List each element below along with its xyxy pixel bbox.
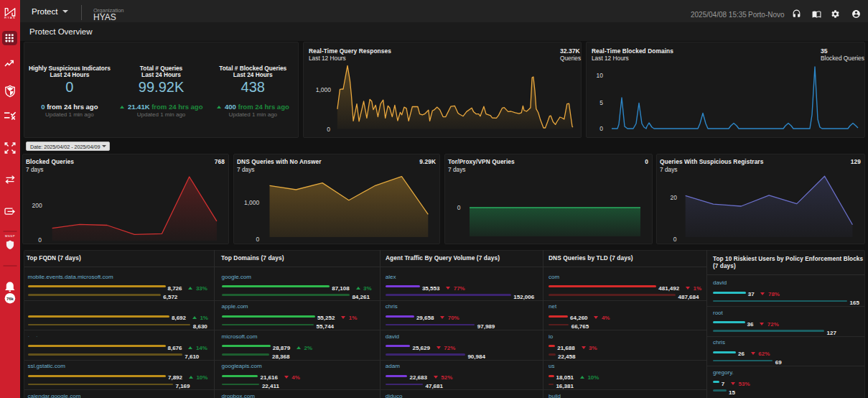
svg-text:HYAS: HYAS — [4, 16, 16, 19]
svg-text:76k: 76k — [6, 297, 14, 301]
svg-text:MSSP: MSSP — [5, 234, 15, 238]
